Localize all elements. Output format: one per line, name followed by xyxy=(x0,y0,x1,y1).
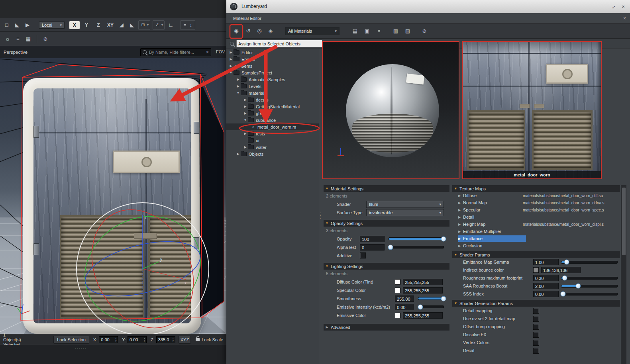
tree-item-water[interactable]: ▶ water xyxy=(226,144,319,151)
axis-x-button[interactable]: X xyxy=(69,21,80,29)
emissive-color-value[interactable]: 255,255,255 xyxy=(403,312,443,319)
diffuse-color-value[interactable]: 255,255,255 xyxy=(403,279,443,285)
chevron-right-icon[interactable]: ▶ xyxy=(243,112,247,115)
viewport-3d-scene[interactable]: z y x xyxy=(0,58,226,334)
chevron-right-icon[interactable]: ▶ xyxy=(243,132,247,135)
chevron-right-icon[interactable]: ▶ xyxy=(236,152,240,156)
collapse-icon[interactable]: ▶ xyxy=(325,325,329,329)
splitter-handle[interactable]: ······ xyxy=(75,346,87,350)
light-icon[interactable]: ☼ xyxy=(2,34,13,44)
collapse-icon[interactable]: ▼ xyxy=(325,221,329,225)
chevron-right-icon[interactable]: ▶ xyxy=(243,145,247,149)
emissive-color-swatch[interactable] xyxy=(395,313,400,318)
chevron-right-icon[interactable]: ▶ xyxy=(243,105,247,108)
cube-display-icon[interactable]: ▦ xyxy=(23,34,33,44)
follow-terrain-icon[interactable]: ◢ xyxy=(116,20,127,30)
roughness-footprint-slider[interactable] xyxy=(561,277,618,280)
opacity-slider[interactable] xyxy=(389,237,444,240)
texture-row-emittance[interactable]: ▶ Emittance xyxy=(452,235,620,242)
tree-item-gems[interactable]: ▶ ◈ Gems xyxy=(226,63,319,69)
texture-row-diffuse[interactable]: ▶ Diffuse materials/substance/metal_door… xyxy=(452,192,620,199)
sss-index-value[interactable]: 0.00 xyxy=(533,291,559,297)
window-titlebar[interactable]: Lumberyard ↔ × xyxy=(226,0,630,13)
splitter-handle[interactable]: ⋮⋮ xyxy=(318,213,322,218)
section-material-settings[interactable]: ▼ Material Settings xyxy=(324,185,449,192)
paste-icon[interactable]: ▨ xyxy=(402,26,413,36)
texture-row-normal-map[interactable]: ▶ Normal Map materials/substance/metal_d… xyxy=(452,199,620,206)
axis-xy-button[interactable]: XY xyxy=(105,21,116,29)
maximize-icon[interactable]: ↔ xyxy=(608,2,618,11)
chevron-right-icon[interactable]: ▶ xyxy=(458,244,463,248)
alphatest-value[interactable]: 0 xyxy=(360,244,385,250)
collapse-icon[interactable]: ▼ xyxy=(454,253,457,256)
additive-checkbox[interactable] xyxy=(360,252,366,258)
disable-helpers-icon[interactable]: ⊘ xyxy=(40,34,51,44)
lock-selection-button[interactable]: Lock Selection xyxy=(53,336,89,344)
section-advanced[interactable]: ▶ Advanced xyxy=(324,324,449,331)
add-material-icon[interactable]: ▤ xyxy=(350,26,360,36)
chevron-right-icon[interactable]: ▶ xyxy=(458,237,463,241)
emissive-intensity-slider[interactable] xyxy=(418,305,444,308)
clean-unused-icon[interactable]: ⊘ xyxy=(419,26,430,36)
tree-item-engine[interactable]: ▶ Engine xyxy=(226,56,319,63)
viewport-mode-label[interactable]: Perspective xyxy=(0,50,27,55)
surface-type-dropdown[interactable]: invulnerable ▾ xyxy=(366,209,444,216)
decal-checkbox[interactable] xyxy=(533,348,539,354)
emittance-map-gamma-value[interactable]: 1.00 xyxy=(533,259,559,265)
roughness-footprint-value[interactable]: 0.30 xyxy=(533,275,559,281)
chevron-right-icon[interactable]: ▶ xyxy=(458,223,463,226)
x-coordinate-input[interactable]: 0.00 ▴▾ xyxy=(99,336,118,343)
chevron-down-icon[interactable]: ▼ xyxy=(236,91,240,95)
chevron-right-icon[interactable]: ▶ xyxy=(458,208,463,212)
chevron-right-icon[interactable]: ▶ xyxy=(236,84,240,88)
saa-roughness-boost-slider[interactable] xyxy=(561,285,618,288)
material-filter-dropdown[interactable]: All Materials ▾ xyxy=(285,27,340,35)
axis-y-button[interactable]: Y xyxy=(81,21,92,29)
tree-item-animationsamples[interactable]: ▶ AnimationSamples xyxy=(226,76,319,83)
chevron-right-icon[interactable]: ▶ xyxy=(458,194,463,198)
collapse-icon[interactable]: ▼ xyxy=(454,301,457,305)
chevron-right-icon[interactable]: ▶ xyxy=(458,230,463,233)
play-icon[interactable]: ▶ xyxy=(22,20,33,30)
tree-item-gfx[interactable]: ▶ gfx xyxy=(226,110,319,117)
shader-dropdown[interactable]: Illum ▾ xyxy=(366,201,444,208)
saa-roughness-boost-value[interactable]: 2.00 xyxy=(533,283,559,289)
snap-terrain-icon[interactable]: ◣ xyxy=(127,20,137,30)
texture-row-detail[interactable]: ▶ Detail xyxy=(452,213,620,221)
tree-item-metal-door-worn[interactable]: ○ metal_door_worn.m xyxy=(226,123,319,130)
chevron-down-icon[interactable]: ▼ xyxy=(243,118,247,122)
angle-snap-button[interactable]: ∠ ▾ xyxy=(153,20,165,30)
chevron-right-icon[interactable]: ▶ xyxy=(458,215,463,219)
collapse-icon[interactable]: ▼ xyxy=(325,264,329,268)
emittance-map-gamma-slider[interactable] xyxy=(561,261,618,264)
clear-search-icon[interactable]: × xyxy=(206,49,209,55)
material-editor-tab[interactable]: Material Editor xyxy=(233,16,261,21)
ruler-icon[interactable]: ∟ xyxy=(166,20,176,30)
texture-row-occlusion[interactable]: ▶ Occlusion xyxy=(452,242,620,249)
detail-mapping-checkbox[interactable] xyxy=(533,308,539,314)
z-coordinate-input[interactable]: 335.0 ▴▾ xyxy=(156,336,175,343)
texture-row-specular[interactable]: ▶ Specular materials/substance/metal_doo… xyxy=(452,206,620,213)
chevron-down-icon[interactable]: ▼ xyxy=(229,71,233,74)
vertex-colors-checkbox[interactable] xyxy=(533,340,539,346)
indirect-bounce-color-value[interactable]: 136,136,136 xyxy=(541,267,581,273)
section-shader-params[interactable]: ▼ Shader Params xyxy=(452,251,620,258)
section-texture-maps[interactable]: ▼ Texture Maps xyxy=(452,185,620,192)
xyz-mode-button[interactable]: XYZ xyxy=(179,336,191,344)
layers-icon[interactable]: ≡ xyxy=(13,34,23,44)
section-lighting-settings[interactable]: ▼ Lighting Settings xyxy=(324,263,449,270)
sss-index-slider[interactable] xyxy=(561,293,618,296)
scrollbar-thumb[interactable] xyxy=(622,188,626,255)
reset-material-icon[interactable]: ↺ xyxy=(243,26,253,36)
section-shader-generation-params[interactable]: ▼ Shader Generation Params xyxy=(452,300,620,307)
collapse-icon[interactable]: ▼ xyxy=(454,187,457,190)
reference-space-dropdown[interactable]: Local ▾ xyxy=(39,22,65,29)
display-options-button[interactable]: ≡ ↕ xyxy=(180,20,195,30)
offset-bump-mapping-checkbox[interactable] xyxy=(533,324,539,330)
smoothness-value[interactable]: 255.00 xyxy=(395,296,414,302)
collapse-icon[interactable]: ▼ xyxy=(325,187,329,190)
tree-item-samplesproject[interactable]: ▼ SamplesProject xyxy=(226,69,319,76)
tree-item-gettingstartedmaterial[interactable]: ▶ GettingStartedMaterial xyxy=(226,103,319,110)
y-coordinate-input[interactable]: 0.00 ▴▾ xyxy=(128,336,147,343)
chevron-right-icon[interactable]: ▶ xyxy=(458,201,463,205)
